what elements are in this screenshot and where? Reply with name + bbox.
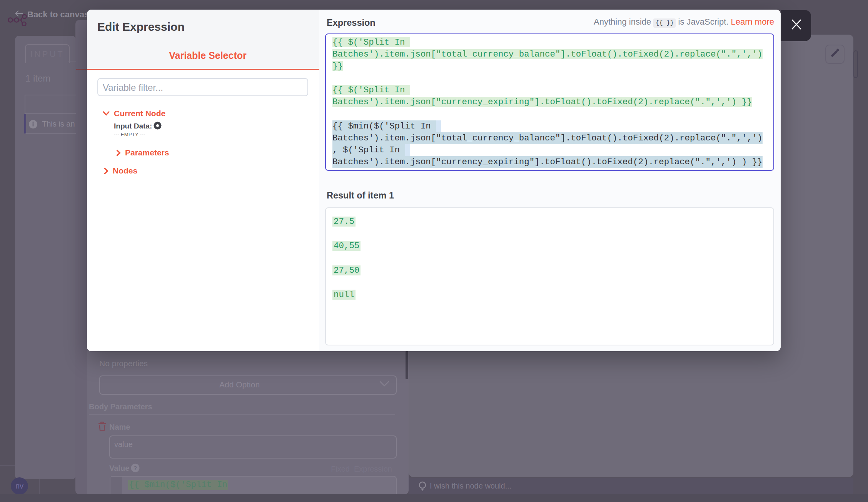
svg-text:?: ? <box>134 465 137 471</box>
